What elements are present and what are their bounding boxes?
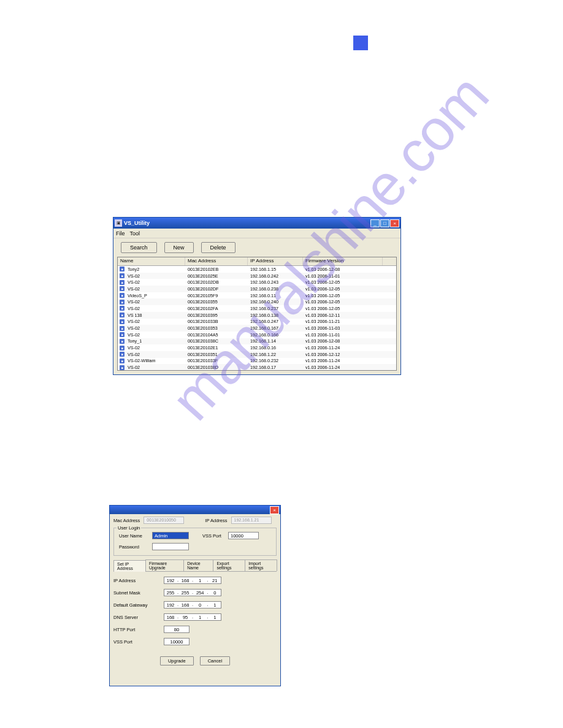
search-button[interactable]: Search	[121, 242, 157, 253]
tab-set-ip[interactable]: Set IP Address	[113, 560, 146, 572]
table-row[interactable]: ■VS-020013E201033B192.168.0.247v1.03 200…	[118, 319, 396, 325]
table-row[interactable]: ■VS-020013E20102E1192.168.0.16v1.03 2006…	[118, 344, 396, 351]
cell-name: VS-02	[126, 352, 185, 357]
password-input[interactable]	[152, 543, 189, 550]
minimize-button[interactable]: _	[370, 219, 380, 227]
device-icon: ■	[118, 319, 126, 324]
cell-name: VS-02	[126, 273, 185, 279]
cancel-button[interactable]: Cancel	[200, 656, 230, 665]
device-icon: ■	[118, 267, 126, 271]
titlebar[interactable]: ▣ VS_Utility _ □ ×	[113, 218, 400, 229]
table-row[interactable]: ■VS-020013E2010351192.168.1.22v1.03 2006…	[118, 351, 396, 358]
col-mac-header[interactable]: Mac Address	[185, 257, 248, 265]
page-marker	[353, 36, 368, 50]
vs-utility-window: ▣ VS_Utility _ □ × File Tool Search New …	[113, 217, 401, 375]
cell-mac: 0013E20104A5	[185, 332, 248, 338]
sn-oct-3[interactable]	[209, 590, 221, 596]
device-icon: ■	[118, 332, 126, 337]
cell-fw: v1.03 2006-11-24	[303, 365, 383, 370]
subnet-input[interactable]: . . .	[164, 589, 221, 596]
device-icon: ■	[118, 300, 126, 305]
table-row[interactable]: ■VS 1380013E2010395192.168.0.138v1.03 20…	[118, 312, 396, 319]
cell-mac: 0013E201038C	[185, 338, 248, 344]
new-button[interactable]: New	[164, 242, 194, 253]
cell-name: VS-02	[126, 319, 185, 324]
table-row[interactable]: ■VS-020013E2010355192.168.0.240v1.03 200…	[118, 298, 396, 305]
cell-fw: v1.03 2006-12-12	[303, 352, 383, 357]
device-icon: ■	[118, 326, 126, 331]
tab-strip: Set IP Address Firmware Upgrade Device N…	[113, 559, 277, 572]
tab-device-name[interactable]: Device Name	[183, 559, 213, 571]
dns-oct-3[interactable]	[209, 614, 221, 620]
cell-mac: 0013E201033F	[185, 358, 248, 363]
gw-oct-3[interactable]	[209, 602, 221, 608]
vss-port-tab-input[interactable]	[164, 638, 190, 645]
table-row[interactable]: ■VS-02-William0013E201033F192.168.0.232v…	[118, 358, 396, 365]
dns-oct-2[interactable]	[194, 614, 206, 620]
ip-oct-2[interactable]	[194, 577, 206, 583]
menu-tool[interactable]: Tool	[130, 230, 140, 237]
col-ip-header[interactable]: IP Address	[248, 257, 303, 265]
cell-fw: v1.03 2006-11-21	[303, 319, 383, 324]
table-row[interactable]: ■Tony_10013E201038C192.168.1.14v1.03 200…	[118, 338, 396, 345]
device-icon: ■	[118, 358, 126, 363]
menubar: File Tool	[113, 229, 400, 238]
cell-ip: 192.168.1.15	[248, 267, 303, 272]
cell-mac: 0013E20102DB	[185, 279, 248, 285]
table-row[interactable]: ■VS-020013E20102FA192.168.0.237v1.03 200…	[118, 305, 396, 312]
tab-export[interactable]: Export settings	[213, 559, 245, 571]
table-row[interactable]: ■VS-020013E201038D192.168.0.17v1.03 2006…	[118, 364, 396, 371]
menu-file[interactable]: File	[116, 230, 125, 237]
username-input[interactable]	[152, 532, 189, 539]
gateway-input[interactable]: . . .	[164, 601, 221, 609]
http-port-input[interactable]	[164, 626, 190, 633]
ip-address-label: IP Address	[205, 518, 227, 523]
sn-oct-2[interactable]	[194, 590, 206, 596]
table-row[interactable]: ■Tony20013E20102EB192.168.1.15v1.03 2006…	[118, 266, 396, 273]
cell-ip: 192.168.0.166	[248, 332, 303, 338]
cell-name: VS-02	[126, 345, 185, 351]
table-row[interactable]: ■VS-020013E20102DB192.168.0.243v1.03 200…	[118, 279, 396, 286]
col-name-header[interactable]: Name	[118, 257, 185, 265]
cell-mac: 0013E2010351	[185, 352, 248, 357]
maximize-button[interactable]: □	[380, 219, 389, 227]
device-icon: ■	[118, 365, 126, 370]
upgrade-button[interactable]: Upgrade	[160, 656, 194, 665]
vss-port-tab-label: VSS Port	[113, 639, 164, 645]
dns-oct-0[interactable]	[164, 614, 177, 620]
table-row[interactable]: ■VS-020013E20104A5192.168.0.166v1.03 200…	[118, 332, 396, 338]
ip-addr-input[interactable]: . . .	[164, 577, 221, 584]
dns-input[interactable]: . . .	[164, 613, 221, 621]
sn-oct-1[interactable]	[179, 590, 191, 596]
close-button[interactable]: ×	[390, 219, 399, 227]
table-row[interactable]: ■VS-020013E2010353192.168.0.167v1.03 200…	[118, 325, 396, 332]
cell-fw: v1.03 2006-11-24	[303, 358, 383, 363]
col-fw-header[interactable]: Firmware Version	[303, 257, 383, 265]
ip-oct-0[interactable]	[164, 577, 177, 583]
dialog-titlebar[interactable]: ×	[110, 506, 280, 514]
vss-port-input[interactable]	[228, 532, 259, 539]
user-login-fieldset: User Login User Name VSS Port Password	[113, 528, 277, 556]
sn-oct-0[interactable]	[164, 590, 177, 596]
cell-mac: 0013E201025E	[185, 273, 248, 279]
user-login-legend: User Login	[117, 525, 141, 531]
table-row[interactable]: ■VS-020013E201025E192.168.0.242v1.03 200…	[118, 273, 396, 279]
gw-oct-2[interactable]	[194, 602, 206, 608]
table-row[interactable]: ■VS-020013E20102DF192.168.0.238v1.03 200…	[118, 286, 396, 292]
dns-oct-1[interactable]	[179, 614, 191, 620]
device-icon: ■	[118, 293, 126, 298]
ip-oct-1[interactable]	[179, 577, 191, 583]
cell-ip: 192.168.0.167	[248, 325, 303, 331]
cell-fw: v1.03 2006-12-08	[303, 338, 383, 344]
device-icon: ■	[118, 306, 126, 311]
tab-import[interactable]: Import settings	[245, 559, 277, 571]
delete-button[interactable]: Delete	[201, 242, 236, 253]
tab-firmware[interactable]: Firmware Upgrade	[145, 559, 184, 571]
dns-label: DNS Server	[113, 615, 164, 620]
table-row[interactable]: ■VideoS_P0013E20105F9192.168.0.11v1.03 2…	[118, 292, 396, 299]
gw-oct-1[interactable]	[179, 602, 191, 608]
gw-oct-0[interactable]	[164, 602, 177, 608]
ip-oct-3[interactable]	[209, 577, 221, 583]
dialog-close-button[interactable]: ×	[270, 506, 279, 514]
cell-fw: v1.03 2006-11-03	[303, 325, 383, 331]
